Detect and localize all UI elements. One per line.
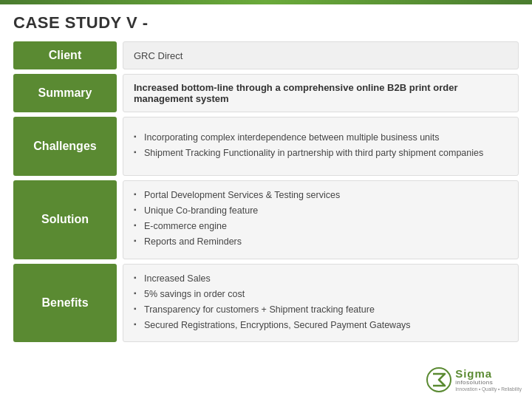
list-item: Reports and Reminders (134, 235, 340, 248)
client-label: Client (13, 41, 117, 69)
benefits-list: Increased Sales 5% savings in order cost… (134, 272, 411, 335)
benefits-label: Benefits (13, 264, 117, 343)
list-item: Transparency for customers + Shipment tr… (134, 303, 411, 316)
challenges-label: Challenges (13, 117, 117, 176)
logo-sigma-text: Sigma (455, 368, 522, 381)
list-item: Increased Sales (134, 272, 411, 285)
page-title: CASE STUDY V - (13, 13, 519, 33)
client-value: GRC Direct (123, 41, 519, 69)
solution-label: Solution (13, 180, 117, 259)
title-area: CASE STUDY V - (0, 4, 532, 38)
logo-text: Sigma infosolutions Innovation • Quality… (455, 368, 522, 392)
logo-infosolutions-text: infosolutions (455, 380, 522, 386)
logo-area: Sigma infosolutions Innovation • Quality… (426, 366, 522, 393)
challenges-value: Incorporating complex interdependence be… (123, 117, 519, 176)
list-item: E-commerce engine (134, 219, 340, 233)
solution-list: Portal Development Services & Testing se… (134, 188, 340, 251)
content: Client GRC Direct Summary Increased bott… (0, 38, 532, 345)
benefits-row: Benefits Increased Sales 5% savings in o… (13, 264, 519, 343)
challenges-list: Incorporating complex interdependence be… (134, 131, 483, 162)
challenges-row: Challenges Incorporating complex interde… (13, 117, 519, 176)
list-item: Unique Co-branding feature (134, 204, 340, 217)
summary-label: Summary (13, 74, 117, 112)
page: CASE STUDY V - Client GRC Direct Summary… (0, 0, 532, 399)
list-item: Incorporating complex interdependence be… (134, 131, 483, 144)
list-item: Portal Development Services & Testing se… (134, 188, 340, 202)
list-item: Shipment Tracking Functionality in partn… (134, 146, 483, 160)
logo-tagline-text: Innovation • Quality • Reliability (455, 386, 522, 392)
solution-value: Portal Development Services & Testing se… (123, 180, 519, 259)
sigma-logo-icon (426, 366, 452, 393)
summary-value: Increased bottom-line through a comprehe… (123, 74, 519, 112)
summary-row: Summary Increased bottom-line through a … (13, 74, 519, 112)
client-row: Client GRC Direct (13, 41, 519, 69)
solution-row: Solution Portal Development Services & T… (13, 180, 519, 259)
benefits-value: Increased Sales 5% savings in order cost… (123, 264, 519, 343)
list-item: 5% savings in order cost (134, 287, 411, 301)
list-item: Secured Registrations, Encryptions, Secu… (134, 318, 411, 332)
